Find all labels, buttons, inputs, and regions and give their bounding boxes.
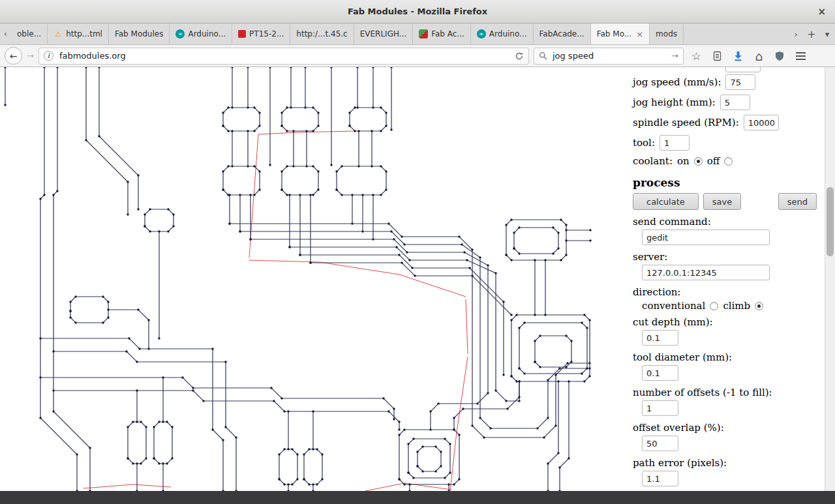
fab-favicon-icon [419,29,428,38]
spindle-speed-label: spindle speed (RPM): [633,117,739,128]
tab-strip: oble...⚠http...tmlFab Modules∞Arduino...… [11,23,684,44]
downloads-icon[interactable] [730,48,746,64]
jog-height-input[interactable] [720,95,750,110]
calculate-button[interactable]: calculate [633,193,699,210]
overlap-label: offset overlap (%): [633,422,821,434]
direction-conventional-label: conventional [642,300,705,312]
window-title: Fab Modules - Mozilla Firefox [348,7,487,16]
coolant-off-radio[interactable] [724,157,733,166]
jog-height-label: jog height (mm): [633,96,716,108]
tool-diameter-input[interactable] [642,365,678,381]
direction-label: direction: [633,286,821,298]
tab-scroll-right-icon[interactable]: › [788,23,804,44]
tab-label: FabAcade... [539,29,584,38]
coolant-on-radio[interactable] [694,157,703,166]
scrollbar-thumb[interactable] [827,187,834,256]
tab-fab-mo-[interactable]: Fab Mo...× [591,23,650,44]
toolpath-view [0,67,626,491]
coolant-on-label: on [677,155,690,167]
forward-button[interactable]: → [27,51,34,61]
site-info-icon[interactable]: i [44,51,53,61]
tab-oble-[interactable]: oble... [11,23,48,44]
coolant-off-label: off [707,155,720,167]
tab-label: oble... [17,29,41,38]
tab-label: PT15-2... [249,29,284,38]
clipped-input-above[interactable] [725,67,761,72]
menu-hamburger-icon[interactable] [793,48,809,64]
coolant-label: coolant: [633,155,673,167]
page-content: jog speed (mm/s): jog height (mm): spind… [0,67,835,491]
url-input[interactable] [58,50,510,61]
search-bar[interactable]: → [534,48,684,65]
spindle-speed-input[interactable] [744,115,779,130]
tab-http-tml[interactable]: ⚠http...tml [48,23,109,44]
vertical-scrollbar[interactable] [825,67,835,491]
offsets-input[interactable] [642,400,678,416]
reddoc-favicon-icon [238,30,246,38]
tab-scroll-left-icon[interactable]: ‹ [0,23,11,44]
overlap-input[interactable] [642,436,678,451]
send-button[interactable]: send [778,193,817,210]
cut-depth-input[interactable] [642,330,678,346]
tab-arduino-[interactable]: ∞Arduino... [471,23,534,44]
tab-fabacade-[interactable]: FabAcade... [534,23,591,44]
tab-label: Arduino... [188,29,226,38]
home-icon[interactable]: ⌂ [751,48,767,64]
tab-arduino-[interactable]: ∞Arduino... [170,23,232,44]
tab-fab-modules[interactable]: Fab Modules [109,23,170,44]
reading-list-icon[interactable] [709,48,725,64]
tool-diameter-label: tool diameter (mm): [633,351,821,363]
tab-fab-ac-[interactable]: Fab Ac... [413,23,471,44]
cut-depth-label: cut depth (mm): [633,316,821,328]
tab-mods[interactable]: mods [650,23,684,44]
shield-icon[interactable] [772,48,788,64]
process-heading: process [633,176,821,189]
server-label: server: [633,251,821,263]
path-error-input[interactable] [642,471,678,486]
search-input[interactable] [551,50,667,61]
toolpath-canvas [0,67,626,491]
tab-label: Fab Modules [115,29,163,38]
tool-input[interactable] [660,135,690,151]
tab-label: http:/...t.45.c [296,29,347,38]
path-error-label: path error (pixels): [633,457,821,469]
reload-icon[interactable] [515,52,524,61]
jog-speed-input[interactable] [725,74,755,90]
send-command-input[interactable] [642,230,770,245]
offsets-label: number of offsets (-1 to fill): [633,387,821,398]
tab-label: http...tml [66,29,102,38]
navigation-toolbar: ← → i → ☆ ⌂ [0,45,835,67]
tab-bar: ‹ oble...⚠http...tmlFab Modules∞Arduino.… [0,23,835,45]
bookmark-star-icon[interactable]: ☆ [688,48,705,64]
server-input[interactable] [642,265,770,280]
tab-label: Arduino... [489,29,527,38]
bottom-bar [0,491,835,504]
tab-label: EVERLIGH... [360,29,407,38]
save-button[interactable]: save [703,193,741,210]
back-button[interactable]: ← [5,47,22,65]
direction-climb-label: climb [723,300,750,312]
tab-label: Fab Mo... [597,29,632,38]
window-close-icon[interactable]: × [817,6,826,18]
tool-label: tool: [633,137,655,149]
tab-everligh-[interactable]: EVERLIGH... [354,23,414,44]
search-icon [539,52,547,60]
tab-close-icon[interactable]: × [636,29,643,39]
direction-conventional-radio[interactable] [710,302,718,310]
send-command-label: send command: [633,216,821,228]
direction-climb-radio[interactable] [755,302,763,310]
tab-http-t-45-c[interactable]: http:/...t.45.c [290,23,354,44]
settings-panel: jog speed (mm/s): jog height (mm): spind… [628,67,821,491]
warning-favicon-icon: ⚠ [53,29,63,38]
jog-speed-label: jog speed (mm/s): [633,76,721,88]
search-go-icon[interactable]: → [671,51,678,61]
url-bar[interactable]: i [38,48,529,65]
tab-label: Fab Ac... [431,29,464,38]
arduino-favicon-icon: ∞ [175,29,185,38]
list-tabs-icon[interactable]: ▾ [819,23,835,44]
tab-label: mods [656,29,677,38]
tab-pt15-2-[interactable]: PT15-2... [232,23,290,44]
arduino-favicon-icon: ∞ [477,29,486,38]
tab-spacer [684,23,788,44]
new-tab-button[interactable]: + [804,23,819,44]
